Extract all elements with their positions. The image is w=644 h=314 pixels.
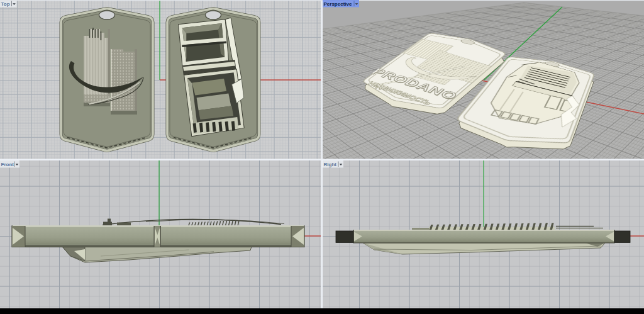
svg-text:Right: Right (324, 162, 337, 167)
svg-text:Perspective: Perspective (324, 1, 352, 7)
svg-text:Top: Top (1, 1, 10, 7)
svg-text:Front: Front (1, 162, 14, 167)
